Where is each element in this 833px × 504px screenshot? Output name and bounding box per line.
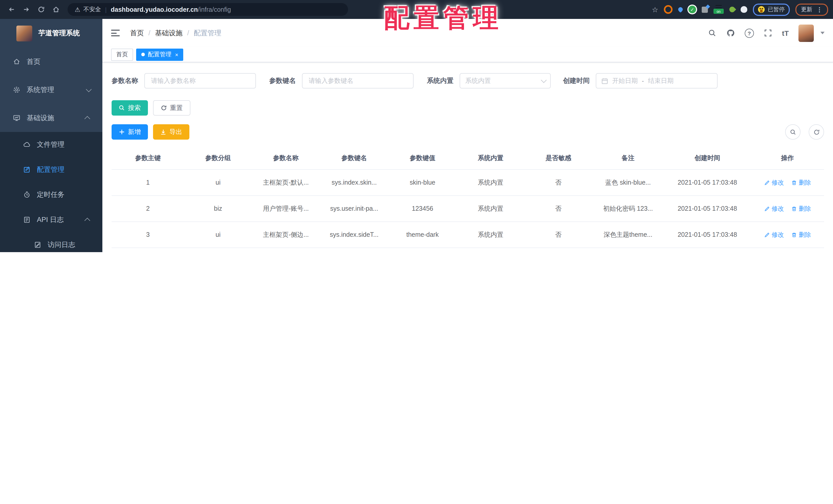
fullscreen-icon[interactable] xyxy=(764,29,772,37)
hamburger-icon[interactable] xyxy=(111,30,120,36)
col-remark: 备注 xyxy=(592,147,664,170)
tags-bar: 首页 配置管理 × xyxy=(102,47,833,62)
param-name-input[interactable] xyxy=(144,73,256,89)
delete-link[interactable]: 删除 xyxy=(791,178,811,187)
sidebar-item-infra[interactable]: 基础设施 xyxy=(0,104,102,132)
breadcrumb-infra[interactable]: 基础设施 xyxy=(155,28,183,37)
smiley-icon xyxy=(758,6,765,13)
search-icon[interactable] xyxy=(708,29,717,37)
user-avatar[interactable] xyxy=(799,24,814,42)
col-name: 参数名称 xyxy=(252,147,320,170)
cloud-icon xyxy=(23,141,31,148)
edit-link[interactable]: 修改 xyxy=(764,204,784,213)
sidebar-item-config-management[interactable]: 配置管理 xyxy=(0,157,102,182)
home-icon[interactable] xyxy=(50,3,63,16)
back-icon[interactable] xyxy=(5,3,18,16)
date-range-picker[interactable]: 开始日期 - 结束日期 xyxy=(596,73,718,89)
breadcrumb-current: 配置管理 xyxy=(194,28,221,37)
sidebar-item-file-management[interactable]: 文件管理 xyxy=(0,132,102,157)
sidebar-item-home[interactable]: 首页 xyxy=(0,48,102,76)
paused-label: 已暂停 xyxy=(768,6,785,13)
export-button[interactable]: 导出 xyxy=(153,124,189,140)
extension-pin-icon[interactable] xyxy=(677,6,684,12)
param-key-input[interactable] xyxy=(302,73,413,89)
col-builtin: 系统内置 xyxy=(456,147,525,170)
sidebar-item-access-logs[interactable]: 访问日志 xyxy=(0,232,102,252)
reset-button[interactable]: 重置 xyxy=(153,100,190,116)
extension-puzzle-icon[interactable] xyxy=(702,6,708,12)
forward-icon[interactable] xyxy=(20,3,33,16)
extension-sprout-icon[interactable] xyxy=(728,5,736,13)
address-bar[interactable]: ⚠ 不安全 | dashboard.yudao.iocoder.cn/infra… xyxy=(68,3,348,16)
main-area: 首页 / 基础设施 / 配置管理 ? tT 首页 配置管理 × xyxy=(102,19,833,252)
security-warning[interactable]: ⚠ 不安全 xyxy=(75,6,101,13)
col-id: 参数主键 xyxy=(112,147,184,170)
col-group: 参数分组 xyxy=(184,147,252,170)
screen: ⚠ 不安全 | dashboard.yudao.iocoder.cn/infra… xyxy=(0,0,833,252)
breadcrumb-home[interactable]: 首页 xyxy=(130,28,144,37)
sidebar-item-scheduled-tasks[interactable]: 定时任务 xyxy=(0,182,102,207)
avatar-caret-icon[interactable] xyxy=(820,32,825,34)
tag-home[interactable]: 首页 xyxy=(111,48,133,60)
table-header-row: 参数主键 参数分组 参数名称 参数键名 参数键值 系统内置 是否敏感 备注 创建… xyxy=(112,147,824,170)
col-created: 创建时间 xyxy=(664,147,751,170)
sidebar-top: 芋道管理系统 首页 系统管理 基础设施 xyxy=(0,19,102,132)
help-icon[interactable]: ? xyxy=(745,28,754,37)
close-icon[interactable]: × xyxy=(175,51,178,57)
chevron-up-icon xyxy=(85,218,90,224)
reload-icon[interactable] xyxy=(35,3,48,16)
col-actions: 操作 xyxy=(751,147,824,170)
app-logo xyxy=(16,25,32,41)
page-content: 参数名称 参数键名 系统内置 系统内置 创建时间 开始日期 - 结束日期 xyxy=(102,62,833,252)
table-row: 1ui 主框架页-默认...sys.index.skin... skin-blu… xyxy=(112,170,824,196)
calendar-icon xyxy=(601,77,608,84)
log-doc-icon xyxy=(34,241,42,249)
col-sensitive: 是否敏感 xyxy=(525,147,592,170)
sidebar-item-api-logs[interactable]: API 日志 xyxy=(0,207,102,232)
edit-link[interactable]: 修改 xyxy=(764,178,784,187)
sidebar: 芋道管理系统 首页 系统管理 基础设施 文件管理 xyxy=(0,19,102,252)
extension-on-icon[interactable]: on xyxy=(713,5,724,14)
chevron-down-icon xyxy=(541,77,547,83)
add-button[interactable]: 新增 xyxy=(112,124,148,140)
font-size-icon[interactable]: tT xyxy=(782,29,789,37)
builtin-select[interactable]: 系统内置 xyxy=(460,73,551,89)
url-text: dashboard.yudao.iocoder.cn/infra/config xyxy=(111,6,231,13)
sidebar-item-system[interactable]: 系统管理 xyxy=(0,76,102,104)
edit-square-icon xyxy=(23,166,31,173)
paused-extension-badge[interactable]: 已暂停 xyxy=(753,3,790,16)
table-row: 41 xxxdemo.test 10自定义 否5 2021-01-19 03:1… xyxy=(112,248,824,252)
bookmark-star-icon[interactable]: ☆ xyxy=(652,6,658,13)
extension-paw-icon[interactable] xyxy=(741,6,747,13)
app-logo-row: 芋道管理系统 xyxy=(0,19,102,48)
active-dot-icon xyxy=(141,53,145,56)
edit-link[interactable]: 修改 xyxy=(764,230,784,239)
end-date-placeholder: 结束日期 xyxy=(648,76,673,85)
extension-check-icon[interactable]: ✓ xyxy=(688,6,696,13)
toggle-search-button[interactable] xyxy=(785,124,801,140)
delete-link[interactable]: 删除 xyxy=(791,230,811,239)
browser-menu-icon[interactable]: ⋮ xyxy=(816,6,823,12)
col-value: 参数键值 xyxy=(388,147,456,170)
warning-icon: ⚠ xyxy=(75,6,80,12)
clipboard-icon xyxy=(23,216,31,224)
breadcrumb: 首页 / 基础设施 / 配置管理 xyxy=(130,28,221,37)
param-name-label: 参数名称 xyxy=(112,76,138,85)
builtin-label: 系统内置 xyxy=(427,76,453,85)
table-row: 2biz 用户管理-账号...sys.user.init-pa... 12345… xyxy=(112,196,824,222)
github-icon[interactable] xyxy=(726,29,735,37)
sidebar-submenu-infra: 文件管理 配置管理 定时任务 API 日志 访问日志 错误日志 xyxy=(0,132,102,252)
start-date-placeholder: 开始日期 xyxy=(612,76,638,85)
url-separator: | xyxy=(105,6,107,13)
navbar-actions: ? tT xyxy=(708,24,825,42)
refresh-button[interactable] xyxy=(809,124,824,140)
gear-icon xyxy=(13,86,21,94)
url-domain: dashboard.yudao.iocoder.cn xyxy=(111,6,198,13)
search-button[interactable]: 搜索 xyxy=(112,100,148,116)
tag-config-management[interactable]: 配置管理 × xyxy=(136,48,184,60)
browser-update-button[interactable]: 更新 ⋮ xyxy=(795,3,828,16)
url-path: /infra/config xyxy=(198,6,231,13)
config-table: 参数主键 参数分组 参数名称 参数键名 参数键值 系统内置 是否敏感 备注 创建… xyxy=(112,147,824,252)
delete-link[interactable]: 删除 xyxy=(791,204,811,213)
extension-ring-icon[interactable] xyxy=(664,5,672,14)
